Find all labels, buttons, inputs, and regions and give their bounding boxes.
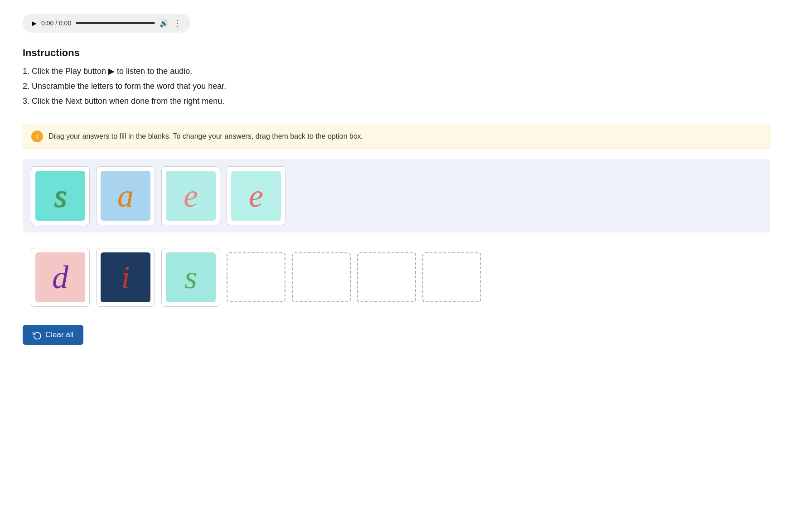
letter-card-a[interactable]: a xyxy=(96,166,155,225)
letter-inner-e1: e xyxy=(166,171,216,221)
drop-zone-3[interactable] xyxy=(357,252,416,302)
instruction-item-2: 2. Unscramble the letters to form the wo… xyxy=(23,80,770,92)
letter-glyph-d: d xyxy=(52,261,68,294)
audio-volume-button[interactable]: 🔊 xyxy=(160,19,169,28)
clear-all-icon xyxy=(33,330,42,339)
info-icon: i xyxy=(31,131,43,142)
clear-all-label: Clear all xyxy=(45,330,73,339)
instructions-list: 1. Click the Play button ▶ to listen to … xyxy=(23,65,770,107)
audio-progress-bar[interactable] xyxy=(76,22,155,24)
drop-zone-4[interactable] xyxy=(422,252,481,302)
instruction-item-1: 1. Click the Play button ▶ to listen to … xyxy=(23,65,770,77)
letter-card-e2[interactable]: e xyxy=(227,166,285,225)
audio-player: ▶ 0:00 / 0:00 🔊 ⋮ xyxy=(23,14,190,33)
letter-card-i[interactable]: i xyxy=(96,248,155,307)
letter-inner-a: a xyxy=(101,171,150,221)
letter-inner-e2: e xyxy=(231,171,281,221)
top-letters-area: s a e e xyxy=(23,159,770,232)
audio-more-button[interactable]: ⋮ xyxy=(173,18,181,28)
letter-inner-d: d xyxy=(35,252,85,302)
clear-all-button[interactable]: Clear all xyxy=(23,325,83,345)
letter-glyph-s-top: s xyxy=(54,179,67,212)
info-banner-text: Drag your answers to fill in the blanks.… xyxy=(48,132,363,140)
letter-card-d[interactable]: d xyxy=(31,248,90,307)
bottom-row-area: d i s xyxy=(23,241,770,314)
letter-glyph-a: a xyxy=(117,179,134,212)
letter-inner-i: i xyxy=(101,252,150,302)
letter-glyph-s-bot: s xyxy=(184,261,197,294)
instructions-section: Instructions 1. Click the Play button ▶ … xyxy=(23,47,770,107)
instruction-item-3: 3. Click the Next button when done from … xyxy=(23,95,770,107)
letter-glyph-i: i xyxy=(121,261,130,294)
instructions-title: Instructions xyxy=(23,47,770,59)
letter-card-e1[interactable]: e xyxy=(161,166,220,225)
audio-play-button[interactable]: ▶ xyxy=(32,19,37,27)
audio-time: 0:00 / 0:00 xyxy=(41,19,71,27)
letter-inner-s-bot: s xyxy=(166,252,216,302)
info-banner: i Drag your answers to fill in the blank… xyxy=(23,124,770,149)
letter-card-s-top[interactable]: s xyxy=(31,166,90,225)
top-letters-row: s a e e xyxy=(31,166,762,225)
letter-glyph-e2: e xyxy=(249,179,263,212)
letter-inner-s-top: s xyxy=(35,171,85,221)
drop-zone-1[interactable] xyxy=(227,252,285,302)
letter-card-s-bot[interactable]: s xyxy=(161,248,220,307)
letter-glyph-e1: e xyxy=(184,179,198,212)
drop-zone-2[interactable] xyxy=(292,252,351,302)
